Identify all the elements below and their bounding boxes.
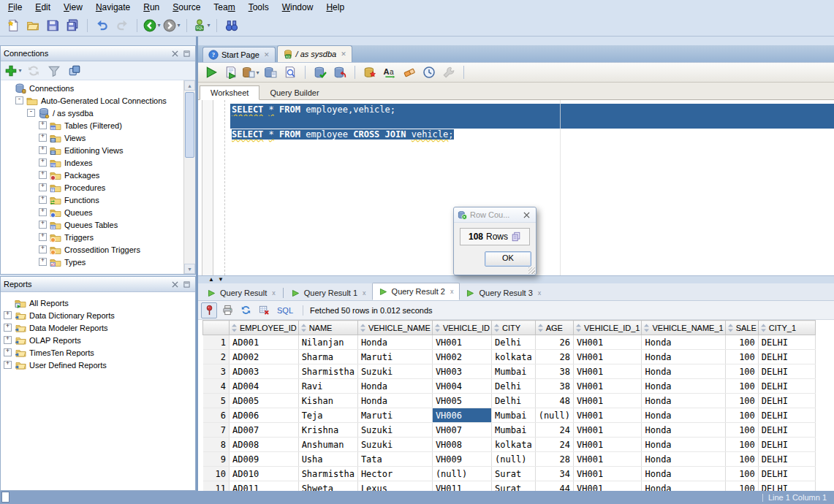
cell-vehicle-name[interactable]: Suzuki	[357, 438, 432, 452]
query-scan-button[interactable]	[281, 63, 300, 82]
resize-grip-icon[interactable]	[528, 267, 535, 274]
expander-plus-icon[interactable]: +	[4, 311, 12, 319]
row-number-cell[interactable]: 7	[203, 423, 230, 438]
column-header-vehicle-id-1[interactable]: VEHICLE_ID_1	[574, 321, 642, 335]
cell-city-1[interactable]: DELHI	[758, 350, 815, 364]
cell-vehicle-id[interactable]: VH005	[432, 394, 491, 408]
cell-city-1[interactable]: DELHI	[758, 438, 815, 452]
save-all-button[interactable]	[63, 16, 82, 35]
minimize-icon[interactable]	[181, 48, 192, 58]
row-number-cell[interactable]: 11	[203, 481, 230, 492]
column-header-city-1[interactable]: CITY_1	[758, 321, 815, 335]
cell-vehicle-name[interactable]: Tata	[357, 452, 432, 467]
connections-item-procedures[interactable]: +Procedures	[1, 181, 183, 194]
connections-item-connections[interactable]: Connections	[1, 82, 183, 94]
cell-vehicle-id-1[interactable]: VH001	[574, 467, 642, 481]
close-icon[interactable]: x	[363, 289, 366, 297]
cell-age[interactable]: 24	[535, 438, 573, 452]
reports-item-user-defined-reports[interactable]: +User Defined Reports	[1, 359, 195, 371]
tab-query-result[interactable]: Query Resultx	[201, 286, 281, 300]
editor-line-1[interactable]: SELECT * FROM employee,vehicle;	[232, 104, 834, 116]
nav-back-button[interactable]: ▾	[143, 16, 162, 35]
connections-item-crossedition-triggers[interactable]: +Crossedition Triggers	[1, 243, 183, 256]
open-folder-button[interactable]	[23, 16, 42, 35]
cell-sale[interactable]: 100	[725, 438, 758, 452]
cell-name[interactable]: Nilanjan	[298, 335, 357, 350]
cell-age[interactable]: 48	[535, 394, 573, 408]
results-table[interactable]: EMPLOYEE_IDNAMEVEHICLE_NAMEVEHICLE_IDCIT…	[202, 320, 816, 491]
cell-sale[interactable]: 100	[725, 452, 758, 467]
cell-vehicle-id-1[interactable]: VH001	[574, 481, 642, 492]
cell-sale[interactable]: 100	[725, 408, 758, 423]
sort-icon[interactable]	[493, 324, 500, 332]
cell-city-1[interactable]: DELHI	[758, 423, 815, 438]
close-icon[interactable]: ✕	[264, 51, 270, 58]
cell-city-1[interactable]: DELHI	[758, 408, 815, 423]
cell-vehicle-name[interactable]: Suzuki	[357, 423, 432, 438]
run-button[interactable]	[202, 63, 221, 82]
sort-icon[interactable]	[537, 324, 544, 332]
cell-vehicle-name-1[interactable]: Honda	[642, 423, 725, 438]
cell-city[interactable]: Delhi	[492, 379, 536, 394]
cell-city[interactable]: kolkata	[492, 438, 536, 452]
scrollbar-thumb[interactable]	[185, 92, 194, 158]
expander-plus-icon[interactable]: +	[4, 324, 12, 332]
pin-button[interactable]	[201, 302, 217, 318]
row-number-cell[interactable]: 3	[203, 364, 230, 379]
cell-vehicle-id[interactable]: VH009	[432, 452, 491, 467]
cell-employee-id[interactable]: AD007	[230, 423, 299, 438]
connections-item-queues[interactable]: +Queues	[1, 206, 183, 218]
cell-employee-id[interactable]: AD005	[230, 394, 299, 408]
reports-item-all-reports[interactable]: All Reports	[1, 297, 195, 309]
cell-vehicle-id[interactable]: VH002	[432, 350, 491, 364]
cell-vehicle-id[interactable]: VH008	[432, 438, 491, 452]
cell-employee-id[interactable]: AD006	[230, 408, 299, 423]
cell-sale[interactable]: 100	[725, 335, 758, 350]
run-script-button[interactable]	[221, 63, 240, 82]
connections-item-triggers[interactable]: +Triggers	[1, 231, 183, 243]
expander-plus-icon[interactable]: +	[39, 121, 47, 129]
refresh-button[interactable]	[238, 302, 254, 318]
close-icon[interactable]	[520, 210, 532, 220]
cell-vehicle-name[interactable]: Maruti	[357, 350, 432, 364]
connections-item-queues-tables[interactable]: +Queues Tables	[1, 218, 183, 231]
cell-sale[interactable]: 100	[725, 350, 758, 364]
expander-plus-icon[interactable]: +	[39, 134, 47, 142]
cell-age[interactable]: 34	[535, 467, 573, 481]
cell-vehicle-name[interactable]: Honda	[357, 335, 432, 350]
rollback-button[interactable]	[330, 63, 349, 82]
cell-employee-id[interactable]: AD011	[230, 481, 299, 492]
close-icon[interactable]	[169, 48, 181, 58]
close-icon[interactable]: x	[272, 289, 276, 297]
new-file-button[interactable]	[4, 16, 23, 35]
save-button[interactable]	[43, 16, 62, 35]
close-icon[interactable]: x	[450, 288, 454, 295]
cell-vehicle-name[interactable]: Honda	[357, 394, 432, 408]
menu-tools[interactable]: Tools	[242, 1, 276, 14]
cell-city-1[interactable]: DELHI	[758, 335, 815, 350]
cell-vehicle-id-1[interactable]: VH001	[574, 379, 642, 394]
tab-query-result-1[interactable]: Query Result 1x	[285, 286, 372, 300]
cell-vehicle-id-1[interactable]: VH001	[574, 408, 642, 423]
cell-age[interactable]: 24	[535, 423, 573, 438]
cell-city[interactable]: Surat	[492, 481, 536, 492]
refresh-gray-button[interactable]	[24, 61, 43, 80]
ok-button[interactable]: OK	[485, 251, 531, 267]
cell-name[interactable]: Anshuman	[298, 438, 357, 452]
sql-connection-button[interactable]: SQL▾	[192, 16, 211, 35]
expander-plus-icon[interactable]: +	[39, 171, 47, 179]
connections-item-tables-filtered[interactable]: +Tables (Filtered)	[1, 119, 183, 131]
cell-name[interactable]: Usha	[298, 452, 357, 467]
column-header-city[interactable]: CITY	[492, 321, 536, 335]
cell-vehicle-id[interactable]: VH007	[432, 423, 491, 438]
cell-vehicle-id[interactable]: (null)	[432, 467, 491, 481]
autotrace-button[interactable]: ▾	[241, 63, 260, 82]
expander-plus-icon[interactable]: +	[4, 348, 12, 356]
menu-team[interactable]: Team	[207, 1, 241, 14]
cell-name[interactable]: Sharmistha	[298, 364, 357, 379]
close-icon[interactable]: ✕	[341, 50, 346, 58]
expander-plus-icon[interactable]: +	[39, 183, 47, 191]
history-button[interactable]	[420, 63, 439, 82]
expander-plus-icon[interactable]: +	[39, 159, 47, 167]
cell-vehicle-id-1[interactable]: VH001	[574, 438, 642, 452]
